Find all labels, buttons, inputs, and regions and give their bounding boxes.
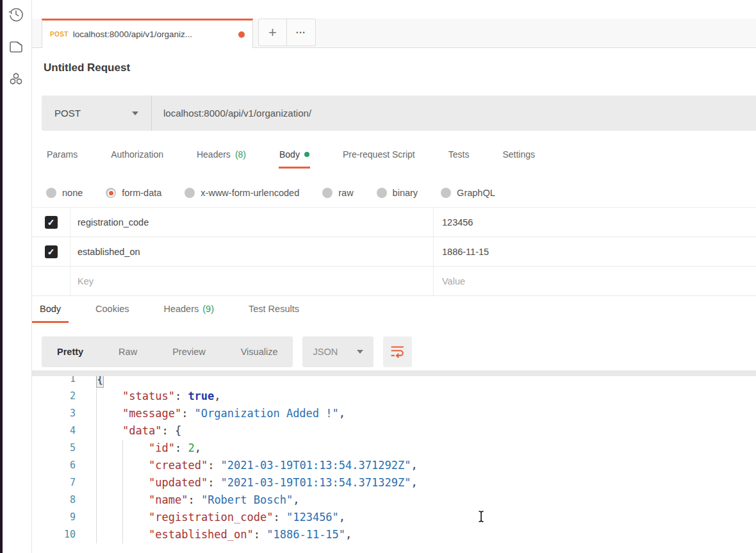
code-token: "message": [122, 405, 181, 422]
code-token: "established_on": [149, 526, 254, 543]
key-field[interactable]: established_on: [70, 237, 434, 266]
response-tab-headers[interactable]: Headers(9): [156, 300, 222, 323]
line-number: 9: [32, 509, 76, 526]
row-checkbox[interactable]: ✓: [32, 208, 70, 236]
code-token: ,: [195, 440, 201, 457]
code-content: "registration_code": "123456",: [96, 509, 345, 526]
code-token: :: [188, 491, 201, 509]
request-tab-params[interactable]: Params: [46, 147, 78, 169]
code-line-10: 10"established_on": "1886-11-15",: [32, 526, 756, 543]
code-lines: 1{2"status": true,3"message": "Organizat…: [32, 370, 756, 543]
indent-guide: [122, 526, 149, 543]
view-mode-preview[interactable]: Preview: [172, 347, 206, 357]
request-tab-headers[interactable]: Headers(8): [196, 147, 247, 169]
tab-label: Headers: [197, 149, 231, 160]
radio-icon: [441, 188, 451, 198]
key-field[interactable]: registration_code: [70, 208, 434, 236]
more-tabs-button[interactable]: •••: [287, 19, 316, 46]
form-data-row: ✓registration_code123456: [32, 208, 756, 237]
tab-count-badge: (8): [235, 149, 246, 160]
body-set-dot: [304, 152, 309, 157]
open-request-tab[interactable]: POST localhost:8000/api/v1/organiz...: [42, 19, 253, 48]
body-type-raw[interactable]: raw: [322, 188, 353, 198]
code-token: ,: [339, 509, 345, 526]
code-token: "data": [122, 422, 161, 440]
tab-label: Test Results: [249, 304, 299, 314]
code-token: "status": [122, 388, 175, 405]
request-tab-settings[interactable]: Settings: [502, 147, 536, 169]
form-data-new-row: KeyValue: [32, 267, 756, 296]
body-type-x-www-form-urlencoded[interactable]: x-www-form-urlencoded: [185, 188, 299, 198]
indent-guide: [96, 388, 122, 405]
body-type-label: x-www-form-urlencoded: [201, 188, 299, 198]
view-mode-visualize[interactable]: Visualize: [241, 347, 278, 357]
code-line-8: 8"name": "Robert Bosch",: [32, 491, 756, 509]
value-field[interactable]: 1886-11-15: [434, 237, 756, 266]
text-cursor-pointer: [477, 510, 486, 525]
code-token: "name": [149, 491, 188, 509]
app-sidebar: [0, 0, 32, 553]
response-tab-body[interactable]: Body: [32, 300, 69, 323]
indent-guide: [96, 526, 122, 543]
tab-label: Body: [279, 149, 300, 160]
code-token: ,: [411, 457, 417, 474]
code-content: "established_on": "1886-11-15",: [96, 526, 352, 543]
key-field-placeholder[interactable]: Key: [70, 267, 434, 295]
method-select[interactable]: POST: [42, 95, 152, 131]
body-type-none[interactable]: none: [46, 188, 83, 198]
row-checkbox-empty[interactable]: [32, 267, 70, 295]
indent-guide: [96, 422, 122, 440]
radio-icon: [46, 188, 56, 198]
view-mode-pretty[interactable]: Pretty: [57, 347, 83, 357]
body-type-graphql[interactable]: GraphQL: [441, 188, 495, 198]
tab-label: Body: [40, 304, 61, 314]
request-tab-authorization[interactable]: Authorization: [110, 147, 164, 169]
collections-button[interactable]: [6, 38, 26, 58]
code-content: "created": "2021-03-19T01:13:54.371292Z"…: [96, 457, 418, 474]
code-token: ,: [214, 388, 220, 405]
view-mode-raw[interactable]: Raw: [119, 347, 137, 357]
body-type-form-data[interactable]: form-data: [106, 188, 161, 198]
wrap-text-button[interactable]: [383, 336, 412, 367]
body-type-binary[interactable]: binary: [377, 188, 418, 198]
value-field[interactable]: 123456: [434, 208, 756, 236]
code-token: "Organization Added !": [195, 405, 339, 422]
checkbox-checked-icon: ✓: [45, 216, 58, 229]
indent-guide: [122, 457, 149, 474]
code-line-6: 6"created": "2021-03-19T01:13:54.371292Z…: [32, 457, 756, 474]
row-checkbox[interactable]: ✓: [32, 237, 70, 266]
code-line-7: 7"updated": "2021-03-19T01:13:54.371329Z…: [32, 474, 756, 491]
environments-icon: [7, 70, 25, 91]
code-token: "123456": [286, 509, 339, 526]
code-token: "created": [149, 457, 208, 474]
code-content: "data": {: [96, 422, 181, 440]
url-input[interactable]: localhost:8000/api/v1/organization/: [152, 95, 756, 131]
new-tab-button[interactable]: +: [258, 19, 287, 46]
request-tab-pre-request-script[interactable]: Pre-request Script: [342, 147, 416, 169]
code-token: "2021-03-19T01:13:54.371292Z": [221, 457, 411, 474]
code-content: "message": "Organization Added !",: [96, 405, 345, 422]
url-input-value: localhost:8000/api/v1/organization/: [163, 108, 311, 119]
response-format-select[interactable]: JSON: [302, 336, 374, 367]
request-tab-tests[interactable]: Tests: [448, 147, 470, 169]
code-token: :: [175, 388, 188, 405]
code-line-5: 5"id": 2,: [32, 440, 756, 457]
editor-top-edge: [32, 370, 756, 376]
indent-guide: [122, 474, 149, 491]
history-button[interactable]: [6, 6, 26, 25]
line-number: 3: [32, 405, 76, 422]
response-body-editor[interactable]: 1{2"status": true,3"message": "Organizat…: [32, 370, 756, 553]
code-token: "registration_code": [149, 509, 273, 526]
code-content: "id": 2,: [96, 440, 201, 457]
environments-button[interactable]: [6, 71, 26, 90]
method-select-value: POST: [54, 108, 81, 119]
code-token: "id": [149, 440, 175, 457]
request-name[interactable]: Untitled Request: [44, 62, 756, 74]
tab-label: Settings: [502, 149, 535, 160]
request-tab-body[interactable]: Body: [279, 147, 310, 169]
response-tab-test-results[interactable]: Test Results: [241, 300, 307, 323]
code-token: :: [175, 440, 188, 457]
url-bar: POST localhost:8000/api/v1/organization/: [42, 95, 756, 131]
response-tab-cookies[interactable]: Cookies: [88, 300, 136, 323]
value-field-placeholder[interactable]: Value: [434, 267, 756, 295]
